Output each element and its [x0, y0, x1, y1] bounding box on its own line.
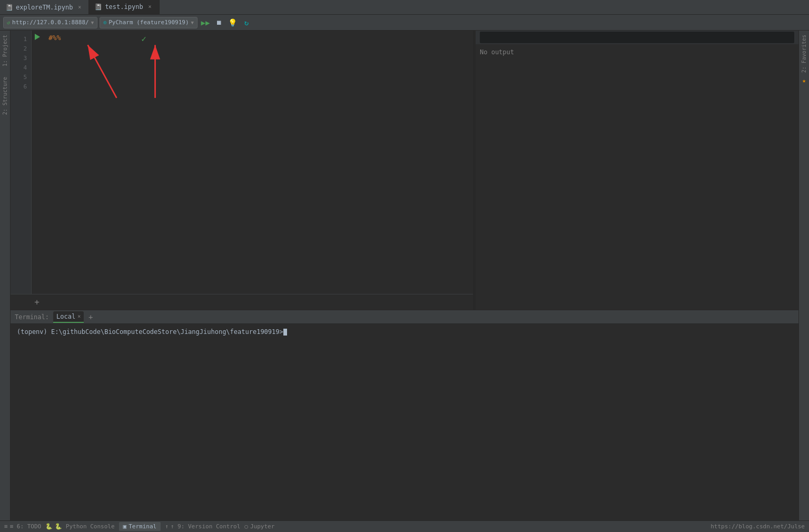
output-content: No output — [476, 44, 798, 310]
terminal-tab-label: Local — [56, 313, 75, 320]
output-cell-header — [476, 31, 798, 44]
terminal-tab-close[interactable]: × — [77, 313, 81, 319]
toolbar: ↺ http://127.0.0.1:8888/ ▼ ⊙ PyCharm (fe… — [0, 15, 809, 31]
refresh-icon: ↺ — [7, 19, 10, 25]
bulb-button[interactable]: 💡 — [227, 17, 239, 28]
line-num-6: 6 — [23, 82, 27, 92]
terminal-cursor — [283, 329, 287, 336]
line-num-2: 2 — [23, 44, 27, 54]
terminal-section: Terminal: Local × + (topenv) E:\githubCo… — [11, 310, 798, 520]
notebook-icon: 📓 — [5, 4, 13, 11]
terminal-tab-local[interactable]: Local × — [53, 311, 84, 323]
terminal-icon: ▣ — [123, 523, 127, 530]
todo-status-item[interactable]: ≡ ≡ 6: TODO — [4, 523, 41, 530]
tab-close-exploretm[interactable]: × — [76, 4, 83, 11]
add-cell-bar: + — [11, 294, 473, 310]
kernel-icon: ⊙ — [103, 19, 106, 25]
favorites-sidebar: 2: Favorites ★ — [798, 31, 809, 520]
favorites-label[interactable]: 2: Favorites — [801, 35, 807, 73]
tab-test[interactable]: 📓 test.ipynb × — [89, 0, 159, 14]
line-num-1: 1 — [23, 35, 27, 44]
tab-close-test[interactable]: × — [146, 3, 154, 11]
star-icon: ★ — [802, 77, 806, 84]
status-left: ≡ ≡ 6: TODO 🐍 🐍 Python Console ▣ Termina… — [4, 522, 274, 531]
line-num-5: 5 — [23, 73, 27, 82]
cell-area: 1 2 3 4 5 6 #%% — [11, 31, 473, 294]
no-output-text: No output — [480, 48, 514, 56]
project-sidebar: 1: Project 2: Structure — [0, 31, 11, 520]
add-cell-button[interactable]: + — [32, 297, 42, 308]
kernel-arrow: ▼ — [191, 20, 194, 25]
terminal-status-item[interactable]: ▣ Terminal — [119, 522, 161, 531]
python-icon: 🐍 — [45, 523, 53, 530]
jupyter-icon: ○ — [244, 523, 248, 530]
line-numbers: 1 2 3 4 5 6 — [11, 31, 32, 294]
status-bar: ≡ ≡ 6: TODO 🐍 🐍 Python Console ▣ Termina… — [0, 520, 809, 532]
run-triangle-icon[interactable] — [35, 34, 40, 40]
cell-code-area[interactable]: #%% — [44, 31, 473, 294]
terminal-add-button[interactable]: + — [86, 312, 95, 322]
refresh-kernel-button[interactable]: ↻ — [241, 17, 252, 28]
version-control-status-item[interactable]: ↑ ↑ 9: Version Control — [165, 523, 240, 530]
python-console-status-item[interactable]: 🐍 🐍 Python Console — [45, 523, 114, 530]
line-num-4: 4 — [23, 63, 27, 73]
url-dropdown[interactable]: ↺ http://127.0.0.1:8888/ ▼ — [3, 17, 97, 28]
terminal-content[interactable]: (topenv) E:\githubCode\BioComputeCodeSto… — [11, 324, 798, 520]
cell-code-text: #%% — [48, 34, 61, 42]
terminal-tab-bar: Terminal: Local × + — [11, 310, 798, 324]
project-label[interactable]: 1: Project — [2, 35, 8, 66]
tab-exploretm[interactable]: 📓 exploreTM.ipynb × — [0, 0, 89, 14]
run-all-button[interactable]: ▶▶ — [200, 17, 211, 28]
cell-run-button[interactable] — [32, 31, 44, 294]
kernel-dropdown[interactable]: ⊙ PyCharm (feature190919) ▼ — [100, 17, 198, 28]
notebook-icon-2: 📓 — [94, 3, 102, 11]
checkmark-icon: ✓ — [141, 34, 146, 44]
structure-label[interactable]: 2: Structure — [2, 77, 8, 115]
notebook-editor: 1 2 3 4 5 6 #%% — [11, 31, 473, 310]
interrupt-button[interactable]: ⏹ — [213, 17, 225, 28]
output-panel: No output — [475, 31, 798, 310]
dropdown-arrow: ▼ — [91, 20, 94, 25]
version-control-icon: ↑ — [165, 523, 169, 530]
jupyter-status-item[interactable]: ○ Jupyter — [244, 523, 274, 530]
status-url: https://blog.csdn.net/Julse — [711, 523, 805, 530]
todo-icon: ≡ — [4, 523, 8, 530]
terminal-label: Terminal: — [15, 313, 49, 321]
terminal-prompt: (topenv) E:\githubCode\BioComputeCodeSto… — [17, 328, 283, 336]
line-num-3: 3 — [23, 54, 27, 63]
tab-bar: 📓 exploreTM.ipynb × 📓 test.ipynb × — [0, 0, 809, 15]
